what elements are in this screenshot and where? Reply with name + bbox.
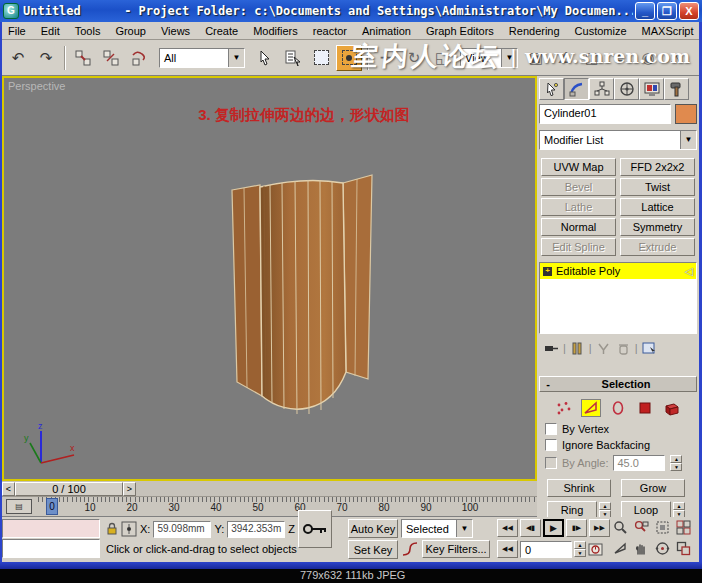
modifier-symmetry-button[interactable]: Symmetry xyxy=(620,218,695,236)
align-icon[interactable]: ≡ xyxy=(607,45,633,71)
vertex-subobject-icon[interactable] xyxy=(554,399,574,417)
track-bar-ruler[interactable]: 0 10 20 30 40 50 60 70 80 90 100 xyxy=(38,497,537,517)
menu-customize[interactable]: Customize xyxy=(575,25,627,37)
next-frame-icon[interactable]: ▮▶ xyxy=(566,519,587,537)
current-frame-field[interactable]: 0 xyxy=(520,541,572,558)
selection-lock-icon[interactable] xyxy=(106,522,118,536)
tab-hierarchy-icon[interactable] xyxy=(589,78,614,100)
use-pivot-center-icon[interactable]: ▣ xyxy=(523,45,549,71)
zoom-region-icon[interactable] xyxy=(610,539,630,558)
previous-frame-arrow[interactable]: < xyxy=(2,482,15,496)
time-configuration-icon[interactable] xyxy=(588,541,605,557)
tab-modify-icon[interactable] xyxy=(564,78,589,100)
key-mode-toggle-icon[interactable]: ◀◀ xyxy=(497,540,518,558)
menu-edit[interactable]: Edit xyxy=(41,25,60,37)
edge-subobject-icon[interactable] xyxy=(581,399,601,417)
show-end-result-icon[interactable] xyxy=(569,340,586,356)
object-name-field[interactable]: Cylinder01 xyxy=(539,104,671,124)
redo-icon[interactable]: ↷ xyxy=(33,45,59,71)
chevron-down-icon[interactable]: ▼ xyxy=(680,131,696,149)
viewport-label[interactable]: Perspective xyxy=(8,80,65,92)
mini-curve-editor-icon[interactable]: ▤ xyxy=(6,499,32,514)
select-object-icon[interactable] xyxy=(252,45,278,71)
current-frame-marker[interactable]: 0 xyxy=(46,498,58,515)
selection-set-dropdown[interactable]: Selected ▼ xyxy=(401,519,473,538)
unlink-selection-icon[interactable] xyxy=(98,45,124,71)
stack-item-editable-poly[interactable]: + Editable Poly ◁ xyxy=(540,263,696,279)
menu-tools[interactable]: Tools xyxy=(75,25,101,37)
arc-rotate-icon[interactable] xyxy=(652,539,672,558)
shrink-button[interactable]: Shrink xyxy=(547,479,611,497)
loop-spinner[interactable]: ▲▼ xyxy=(673,502,685,518)
menu-maxscript[interactable]: MAXScript xyxy=(642,25,694,37)
tab-create-icon[interactable] xyxy=(539,78,564,100)
selection-filter-dropdown[interactable]: All ▼ xyxy=(159,48,245,68)
modifier-twist-button[interactable]: Twist xyxy=(620,178,695,196)
menu-views[interactable]: Views xyxy=(161,25,190,37)
menu-create[interactable]: Create xyxy=(205,25,238,37)
perspective-viewport[interactable]: Perspective 3. 复制拉伸两边的边，形状如图 xyxy=(2,76,537,481)
auto-key-button[interactable]: Auto Key xyxy=(348,519,398,538)
by-vertex-checkbox[interactable] xyxy=(545,423,557,435)
default-tangent-icon[interactable] xyxy=(402,542,418,557)
zoom-extents-all-icon[interactable] xyxy=(673,518,693,537)
snap-toggle-icon[interactable]: ∠ xyxy=(551,45,577,71)
key-filters-button[interactable]: Key Filters... xyxy=(422,540,490,558)
x-coordinate-field[interactable]: 59.098mm xyxy=(153,521,211,538)
maximize-button[interactable]: ❐ xyxy=(657,2,677,20)
tab-display-icon[interactable] xyxy=(639,78,664,100)
menu-group[interactable]: Group xyxy=(115,25,146,37)
zoom-extents-icon[interactable] xyxy=(652,518,672,537)
go-to-end-icon[interactable]: ▶▶ xyxy=(589,519,610,537)
menu-modifiers[interactable]: Modifiers xyxy=(253,25,298,37)
set-key-button[interactable]: Set Key xyxy=(348,540,398,559)
menu-file[interactable]: File xyxy=(8,25,26,37)
bind-to-space-warp-icon[interactable] xyxy=(126,45,152,71)
model-editable-poly-cylinder[interactable] xyxy=(202,166,442,436)
material-editor-icon[interactable]: ◉ xyxy=(635,45,661,71)
modifier-uvw-map-button[interactable]: UVW Map xyxy=(541,158,616,176)
zoom-all-icon[interactable] xyxy=(631,518,651,537)
object-color-swatch[interactable] xyxy=(675,104,697,124)
render-icon[interactable]: 🜂 xyxy=(663,45,689,71)
modifier-normal-button[interactable]: Normal xyxy=(541,218,616,236)
select-by-name-icon[interactable] xyxy=(280,45,306,71)
next-frame-arrow[interactable]: > xyxy=(123,482,136,496)
element-subobject-icon[interactable] xyxy=(662,399,682,417)
ring-spinner[interactable]: ▲▼ xyxy=(599,502,611,518)
reference-coordinate-dropdown[interactable]: View ▼ xyxy=(460,48,518,68)
zoom-icon[interactable] xyxy=(610,518,630,537)
absolute-mode-icon[interactable] xyxy=(121,521,137,537)
y-coordinate-field[interactable]: 3942.353m xyxy=(227,521,285,538)
mirror-icon[interactable]: ◫ xyxy=(579,45,605,71)
menu-rendering[interactable]: Rendering xyxy=(509,25,560,37)
previous-frame-icon[interactable]: ◀▮ xyxy=(520,519,541,537)
menu-animation[interactable]: Animation xyxy=(362,25,411,37)
menu-graph-editors[interactable]: Graph Editors xyxy=(426,25,494,37)
pin-stack-icon[interactable] xyxy=(543,340,560,356)
frame-spinner[interactable]: ▲▼ xyxy=(574,541,586,557)
chevron-down-icon[interactable]: ▼ xyxy=(228,49,244,67)
min-max-toggle-icon[interactable] xyxy=(673,539,693,558)
close-button[interactable]: X xyxy=(679,2,699,20)
select-and-scale-icon[interactable]: ◱ xyxy=(429,45,455,71)
select-and-move-icon[interactable]: ✛ xyxy=(373,45,399,71)
menu-reactor[interactable]: reactor xyxy=(313,25,347,37)
select-and-link-icon[interactable] xyxy=(70,45,96,71)
modifier-lattice-button[interactable]: Lattice xyxy=(620,198,695,216)
tab-utilities-icon[interactable] xyxy=(664,78,689,100)
play-animation-icon[interactable]: ▶ xyxy=(543,519,564,537)
pan-hand-icon[interactable] xyxy=(631,539,651,558)
maxscript-listener-input[interactable] xyxy=(2,539,100,558)
border-subobject-icon[interactable] xyxy=(608,399,628,417)
modifier-list-dropdown[interactable]: Modifier List ▼ xyxy=(539,130,697,150)
selection-rollout-header[interactable]: - Selection xyxy=(539,376,697,392)
maxscript-mini-listener[interactable] xyxy=(2,519,100,538)
go-to-start-icon[interactable]: ◀◀ xyxy=(497,519,518,537)
grow-button[interactable]: Grow xyxy=(621,479,685,497)
chevron-down-icon[interactable]: ▼ xyxy=(501,49,517,67)
tab-motion-icon[interactable] xyxy=(614,78,639,100)
expand-icon[interactable]: + xyxy=(543,267,552,276)
select-and-rotate-icon[interactable]: ↻ xyxy=(401,45,427,71)
modifier-ffd-button[interactable]: FFD 2x2x2 xyxy=(620,158,695,176)
